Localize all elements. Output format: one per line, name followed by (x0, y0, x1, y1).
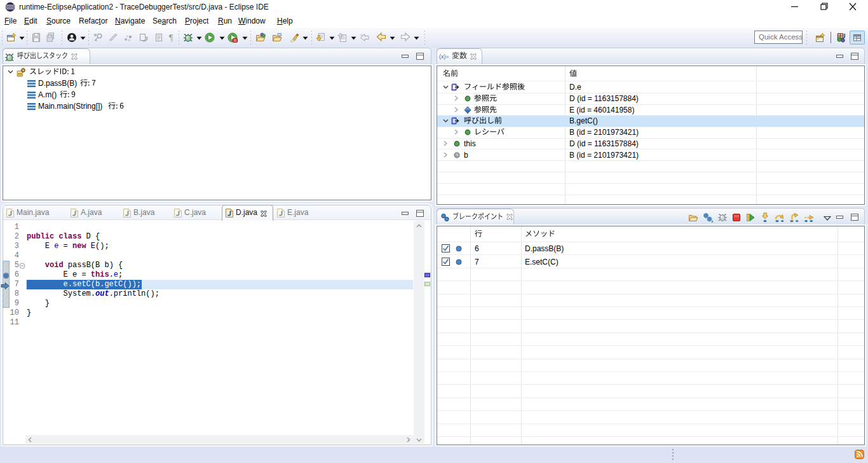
svg-text:¶: ¶ (169, 33, 173, 43)
